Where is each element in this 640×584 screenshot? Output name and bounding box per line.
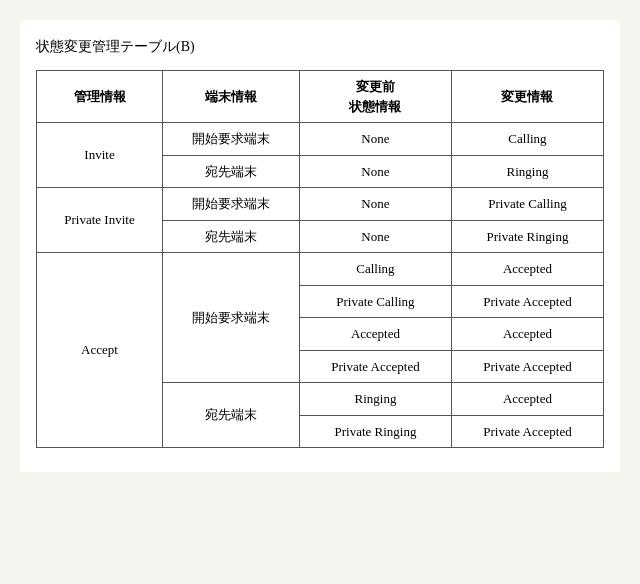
after-cell: Calling <box>451 123 603 156</box>
device-cell: 開始要求端末 <box>163 123 300 156</box>
page-title: 状態変更管理テーブル(B) <box>36 38 604 56</box>
device-cell: 宛先端末 <box>163 220 300 253</box>
device-cell: 宛先端末 <box>163 383 300 448</box>
before-cell: None <box>299 188 451 221</box>
after-cell: Ringing <box>451 155 603 188</box>
col-header-manage: 管理情報 <box>37 71 163 123</box>
before-cell: Private Calling <box>299 285 451 318</box>
before-cell: Private Ringing <box>299 415 451 448</box>
before-cell: Accepted <box>299 318 451 351</box>
before-cell: Ringing <box>299 383 451 416</box>
device-cell: 開始要求端末 <box>163 253 300 383</box>
after-cell: Private Ringing <box>451 220 603 253</box>
after-cell: Accepted <box>451 318 603 351</box>
after-cell: Private Accepted <box>451 285 603 318</box>
before-cell: Private Accepted <box>299 350 451 383</box>
after-cell: Private Accepted <box>451 415 603 448</box>
after-cell: Private Calling <box>451 188 603 221</box>
table-row: Accept 開始要求端末 Calling Accepted <box>37 253 604 286</box>
col-header-before: 変更前状態情報 <box>299 71 451 123</box>
after-cell: Accepted <box>451 383 603 416</box>
before-cell: None <box>299 155 451 188</box>
before-cell: Calling <box>299 253 451 286</box>
before-cell: None <box>299 220 451 253</box>
device-cell: 宛先端末 <box>163 155 300 188</box>
state-table: 管理情報 端末情報 変更前状態情報 変更情報 Invite 開始要求端末 Non… <box>36 70 604 448</box>
table-row: Invite 開始要求端末 None Calling <box>37 123 604 156</box>
page-container: 状態変更管理テーブル(B) 管理情報 端末情報 変更前状態情報 変更情報 Inv… <box>20 20 620 472</box>
col-header-after: 変更情報 <box>451 71 603 123</box>
table-row: Private Invite 開始要求端末 None Private Calli… <box>37 188 604 221</box>
group-invite: Invite <box>37 123 163 188</box>
device-cell: 開始要求端末 <box>163 188 300 221</box>
after-cell: Accepted <box>451 253 603 286</box>
group-private-invite: Private Invite <box>37 188 163 253</box>
after-cell: Private Accepted <box>451 350 603 383</box>
col-header-device: 端末情報 <box>163 71 300 123</box>
group-accept: Accept <box>37 253 163 448</box>
before-cell: None <box>299 123 451 156</box>
